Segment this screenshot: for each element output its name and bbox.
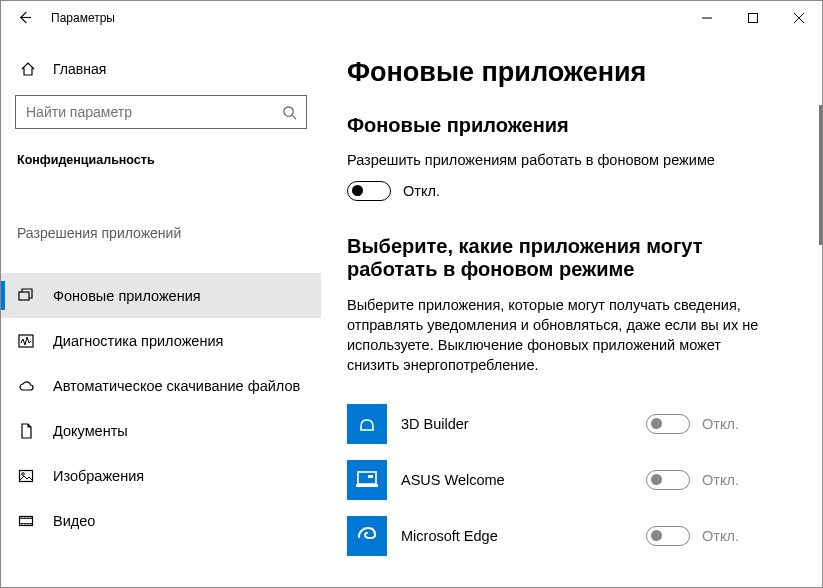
home-icon [19, 61, 37, 77]
app-row-asus-welcome: ASUS Welcome Откл. [347, 452, 776, 508]
search-box[interactable] [15, 95, 307, 129]
video-icon [17, 513, 35, 529]
sidebar-item-label: Автоматическое скачивание файлов [53, 378, 300, 394]
app-icon-3d-builder [347, 404, 387, 444]
master-toggle-state: Откл. [403, 183, 440, 199]
content-area: Фоновые приложения Фоновые приложения Ра… [321, 35, 822, 587]
svg-rect-12 [356, 484, 378, 487]
scrollbar[interactable] [819, 105, 822, 245]
maximize-button[interactable] [730, 1, 776, 35]
sidebar-item-label: Фоновые приложения [53, 288, 201, 304]
app-toggle[interactable] [646, 470, 690, 490]
home-nav[interactable]: Главная [1, 53, 321, 85]
app-name: ASUS Welcome [401, 472, 646, 488]
window-title: Параметры [51, 11, 115, 25]
master-toggle[interactable] [347, 181, 391, 201]
allow-description: Разрешить приложениям работать в фоновом… [347, 151, 776, 171]
sidebar-item-video[interactable]: Видео [1, 498, 321, 543]
svg-point-9 [22, 472, 25, 475]
sidebar-item-label: Изображения [53, 468, 144, 484]
svg-rect-13 [368, 475, 373, 478]
svg-rect-8 [20, 470, 33, 481]
home-label: Главная [53, 61, 106, 77]
sidebar-item-auto-downloads[interactable]: Автоматическое скачивание файлов [1, 363, 321, 408]
close-button[interactable] [776, 1, 822, 35]
sidebar-item-label: Диагностика приложения [53, 333, 223, 349]
app-toggle-state: Откл. [702, 528, 739, 544]
sidebar-item-app-diagnostics[interactable]: Диагностика приложения [1, 318, 321, 363]
diagnostics-icon [17, 333, 35, 349]
page-title: Фоновые приложения [347, 57, 776, 88]
app-name: Microsoft Edge [401, 528, 646, 544]
app-icon-edge [347, 516, 387, 556]
app-toggle[interactable] [646, 414, 690, 434]
sidebar-item-pictures[interactable]: Изображения [1, 453, 321, 498]
app-toggle-state: Откл. [702, 416, 739, 432]
minimize-button[interactable] [684, 1, 730, 35]
section-label: Разрешения приложений [1, 225, 321, 241]
svg-rect-1 [749, 13, 758, 22]
section-heading-1: Фоновые приложения [347, 114, 776, 137]
background-apps-icon [17, 288, 35, 304]
section-description: Выберите приложения, которые могут получ… [347, 295, 767, 376]
back-button[interactable] [7, 1, 41, 35]
category-header: Конфиденциальность [1, 143, 321, 177]
sidebar-item-label: Видео [53, 513, 95, 529]
section-heading-2: Выберите, какие приложения могут работат… [347, 235, 776, 281]
app-toggle[interactable] [646, 526, 690, 546]
app-row-microsoft-edge: Microsoft Edge Откл. [347, 508, 776, 564]
app-name: 3D Builder [401, 416, 646, 432]
app-icon-asus-welcome [347, 460, 387, 500]
svg-rect-10 [20, 516, 33, 525]
cloud-icon [17, 378, 35, 394]
search-input[interactable] [24, 103, 280, 121]
svg-point-4 [283, 106, 292, 115]
svg-rect-11 [358, 472, 376, 484]
app-toggle-state: Откл. [702, 472, 739, 488]
picture-icon [17, 468, 35, 484]
document-icon [17, 423, 35, 439]
search-icon [280, 105, 298, 120]
sidebar-item-documents[interactable]: Документы [1, 408, 321, 453]
svg-line-5 [292, 115, 296, 119]
sidebar-item-background-apps[interactable]: Фоновые приложения [1, 273, 321, 318]
svg-rect-6 [19, 292, 29, 300]
sidebar-item-label: Документы [53, 423, 128, 439]
app-row-3d-builder: 3D Builder Откл. [347, 396, 776, 452]
